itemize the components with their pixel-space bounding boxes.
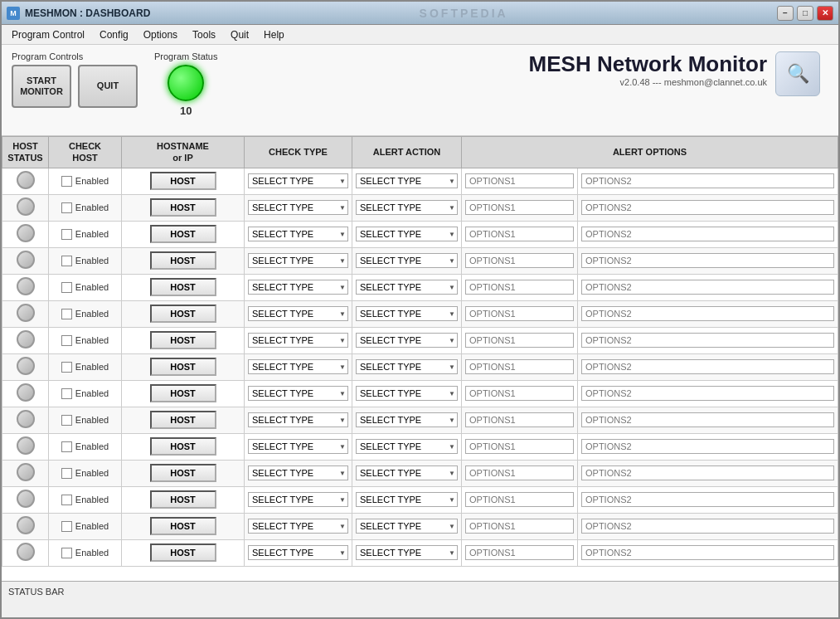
host-button[interactable]: HOST: [150, 517, 216, 535]
alert-action-select[interactable]: SELECT TYPE EMAIL SMS NONE: [356, 386, 458, 401]
host-button[interactable]: HOST: [150, 411, 216, 429]
options1-input[interactable]: [465, 173, 574, 188]
check-type-select[interactable]: SELECT TYPE PING HTTP TCP: [248, 333, 348, 348]
options2-input[interactable]: [581, 545, 834, 560]
check-type-select[interactable]: SELECT TYPE PING HTTP TCP: [248, 280, 348, 295]
alert-action-select[interactable]: SELECT TYPE EMAIL SMS NONE: [356, 280, 458, 295]
alert-action-select[interactable]: SELECT TYPE EMAIL SMS NONE: [356, 253, 458, 268]
minimize-button[interactable]: −: [777, 6, 794, 21]
check-type-select[interactable]: SELECT TYPE PING HTTP TCP: [248, 439, 348, 454]
enabled-checkbox[interactable]: [61, 229, 72, 240]
options1-input[interactable]: [465, 359, 574, 374]
enabled-checkbox[interactable]: [61, 388, 72, 399]
options2-input[interactable]: [581, 306, 834, 321]
options1-input[interactable]: [465, 519, 574, 534]
options1-input[interactable]: [465, 545, 574, 560]
enabled-checkbox[interactable]: [61, 282, 72, 293]
enabled-checkbox[interactable]: [61, 548, 72, 558]
host-button[interactable]: HOST: [150, 278, 216, 296]
start-monitor-button[interactable]: STARTMONITOR: [12, 65, 71, 108]
host-button[interactable]: HOST: [150, 490, 216, 509]
menu-quit[interactable]: Quit: [224, 27, 255, 42]
alert-action-select[interactable]: SELECT TYPE EMAIL SMS NONE: [356, 173, 458, 188]
options1-input[interactable]: [465, 439, 574, 454]
check-type-select[interactable]: SELECT TYPE PING HTTP TCP: [248, 465, 348, 480]
check-type-select[interactable]: SELECT TYPE PING HTTP TCP: [248, 200, 348, 215]
options1-input[interactable]: [465, 333, 574, 348]
menu-program-control[interactable]: Program Control: [5, 27, 91, 42]
alert-action-select[interactable]: SELECT TYPE EMAIL SMS NONE: [356, 333, 458, 348]
options2-input[interactable]: [581, 465, 834, 480]
options1-input[interactable]: [465, 306, 574, 321]
menu-help[interactable]: Help: [257, 27, 291, 42]
options2-input[interactable]: [581, 227, 834, 241]
check-type-select[interactable]: SELECT TYPE PING HTTP TCP: [248, 412, 348, 427]
host-button[interactable]: HOST: [150, 384, 216, 402]
alert-action-select[interactable]: SELECT TYPE EMAIL SMS NONE: [356, 545, 458, 560]
enabled-checkbox[interactable]: [61, 335, 72, 346]
options2-input[interactable]: [581, 386, 834, 401]
host-button[interactable]: HOST: [150, 358, 216, 376]
host-button[interactable]: HOST: [150, 172, 216, 190]
enabled-checkbox[interactable]: [61, 468, 72, 479]
host-button[interactable]: HOST: [150, 543, 216, 562]
enabled-checkbox[interactable]: [61, 362, 72, 373]
alert-action-select[interactable]: SELECT TYPE EMAIL SMS NONE: [356, 227, 458, 241]
alert-action-select[interactable]: SELECT TYPE EMAIL SMS NONE: [356, 465, 458, 480]
options2-input[interactable]: [581, 359, 834, 374]
enabled-checkbox[interactable]: [61, 176, 72, 187]
alert-action-select[interactable]: SELECT TYPE EMAIL SMS NONE: [356, 439, 458, 454]
enabled-checkbox[interactable]: [61, 202, 72, 213]
menu-options[interactable]: Options: [137, 27, 184, 42]
host-button[interactable]: HOST: [150, 464, 216, 482]
check-type-select[interactable]: SELECT TYPE PING HTTP TCP: [248, 253, 348, 268]
options1-input[interactable]: [465, 492, 574, 507]
quit-button[interactable]: QUIT: [78, 65, 138, 108]
alert-action-select[interactable]: SELECT TYPE EMAIL SMS NONE: [356, 200, 458, 215]
options2-input[interactable]: [581, 519, 834, 534]
enabled-checkbox[interactable]: [61, 441, 72, 452]
options2-input[interactable]: [581, 280, 834, 295]
options1-input[interactable]: [465, 465, 574, 480]
options2-input[interactable]: [581, 412, 834, 427]
host-button[interactable]: HOST: [150, 305, 216, 323]
host-button[interactable]: HOST: [150, 331, 216, 349]
alert-action-select[interactable]: SELECT TYPE EMAIL SMS NONE: [356, 492, 458, 507]
options2-input[interactable]: [581, 333, 834, 348]
enabled-checkbox[interactable]: [61, 495, 72, 505]
check-type-select[interactable]: SELECT TYPE PING HTTP TCP: [248, 545, 348, 560]
options1-input[interactable]: [465, 280, 574, 295]
check-type-select[interactable]: SELECT TYPE PING HTTP TCP: [248, 173, 348, 188]
options2-input[interactable]: [581, 253, 834, 268]
maximize-button[interactable]: □: [797, 6, 813, 21]
alert-action-select[interactable]: SELECT TYPE EMAIL SMS NONE: [356, 359, 458, 374]
alert-action-select[interactable]: SELECT TYPE EMAIL SMS NONE: [356, 519, 458, 534]
enabled-checkbox[interactable]: [61, 309, 72, 319]
options1-input[interactable]: [465, 253, 574, 268]
options2-input[interactable]: [581, 439, 834, 454]
check-type-select[interactable]: SELECT TYPE PING HTTP TCP: [248, 386, 348, 401]
check-type-select[interactable]: SELECT TYPE PING HTTP TCP: [248, 227, 348, 241]
options1-input[interactable]: [465, 227, 574, 241]
options1-input[interactable]: [465, 200, 574, 215]
alert-action-select[interactable]: SELECT TYPE EMAIL SMS NONE: [356, 306, 458, 321]
enabled-checkbox[interactable]: [61, 256, 72, 266]
options1-input[interactable]: [465, 386, 574, 401]
check-type-select[interactable]: SELECT TYPE PING HTTP TCP: [248, 306, 348, 321]
check-type-select[interactable]: SELECT TYPE PING HTTP TCP: [248, 359, 348, 374]
check-type-select[interactable]: SELECT TYPE PING HTTP TCP: [248, 492, 348, 507]
host-button[interactable]: HOST: [150, 198, 216, 217]
enabled-checkbox[interactable]: [61, 415, 72, 426]
menu-config[interactable]: Config: [93, 27, 135, 42]
options2-input[interactable]: [581, 492, 834, 507]
alert-action-select[interactable]: SELECT TYPE EMAIL SMS NONE: [356, 412, 458, 427]
menu-tools[interactable]: Tools: [186, 27, 222, 42]
options2-input[interactable]: [581, 200, 834, 215]
host-button[interactable]: HOST: [150, 251, 216, 270]
options2-input[interactable]: [581, 173, 834, 188]
options1-input[interactable]: [465, 412, 574, 427]
check-type-select[interactable]: SELECT TYPE PING HTTP TCP: [248, 519, 348, 534]
host-button[interactable]: HOST: [150, 437, 216, 456]
host-button[interactable]: HOST: [150, 225, 216, 243]
enabled-checkbox[interactable]: [61, 521, 72, 532]
